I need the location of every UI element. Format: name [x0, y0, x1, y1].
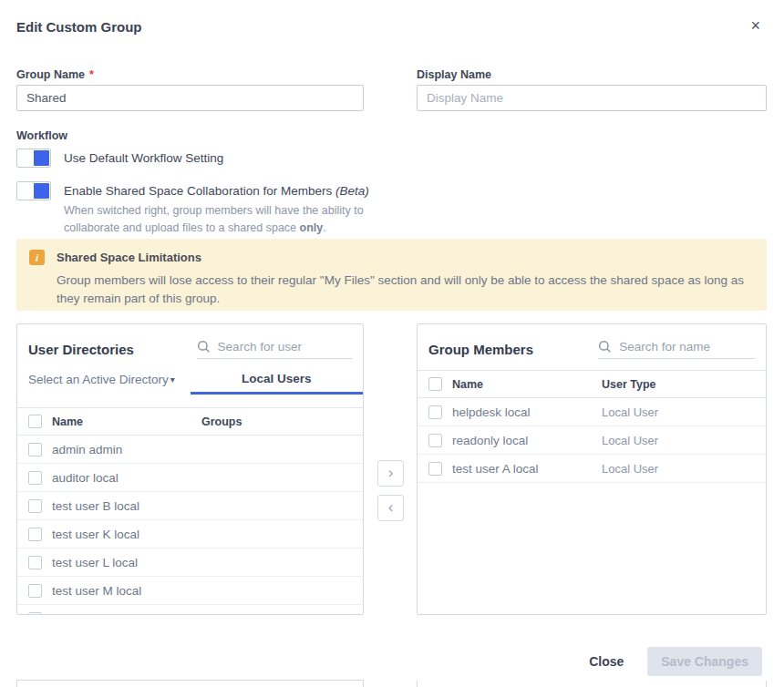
modal-title: Edit Custom Group	[16, 19, 142, 35]
use-default-workflow-row: Use Default Workflow Setting	[16, 149, 223, 168]
table-row[interactable]: auditor local	[17, 464, 363, 492]
row-checkbox[interactable]	[28, 443, 42, 456]
chevron-left-icon: ‹	[388, 499, 394, 515]
row-checkbox[interactable]	[28, 499, 42, 513]
shared-space-collab-toggle[interactable]	[16, 181, 51, 200]
group-name-label: Group Name*	[16, 68, 94, 81]
row-type: Local User	[602, 462, 766, 476]
table-row[interactable]: test user K local	[17, 520, 363, 549]
bottom-cutoff-panel-left	[16, 680, 364, 687]
use-default-workflow-label: Use Default Workflow Setting	[64, 151, 223, 165]
table-row[interactable]: test user O local	[17, 605, 363, 615]
toggle-knob	[34, 183, 49, 199]
info-banner-title: Shared Space Limitations	[57, 251, 201, 264]
row-checkbox[interactable]	[428, 405, 442, 419]
save-changes-button[interactable]: Save Changes	[647, 647, 762, 676]
display-name-label: Display Name	[417, 68, 491, 81]
row-name: auditor local	[52, 471, 201, 485]
table-row[interactable]: test user M local	[17, 577, 363, 605]
table-row[interactable]: test user A local Local User	[418, 455, 766, 483]
close-button[interactable]: Close	[589, 654, 624, 669]
group-name-input[interactable]	[16, 85, 364, 111]
chevron-right-icon: ›	[388, 465, 394, 480]
user-directories-panel: User Directories Select an Active Direct…	[16, 323, 364, 615]
row-name: test user B local	[52, 499, 201, 513]
row-name: admin admin	[52, 443, 201, 456]
caret-down-icon: ▾	[170, 374, 175, 385]
user-search-input[interactable]	[218, 340, 352, 354]
tab-active-directory[interactable]: Select an Active Directory ▾	[17, 364, 191, 395]
select-all-checkbox[interactable]	[28, 415, 42, 428]
row-name: test user A local	[452, 462, 602, 476]
transfer-remove-button[interactable]: ‹	[377, 495, 404, 521]
edit-custom-group-modal: Edit Custom Group × Group Name* Display …	[0, 0, 784, 687]
row-name: test user M local	[52, 584, 201, 598]
shared-space-description: When switched right, group members will …	[64, 202, 394, 238]
info-icon: i	[29, 250, 45, 265]
table-row[interactable]: admin admin	[17, 436, 363, 464]
use-default-workflow-toggle[interactable]	[16, 149, 51, 168]
column-groups: Groups	[201, 415, 363, 428]
toggle-knob	[34, 150, 49, 166]
row-name: test user K local	[52, 528, 201, 541]
member-search-box	[598, 340, 755, 359]
table-row[interactable]: readonly local Local User	[418, 426, 766, 455]
bottom-cutoff-panel-right	[417, 681, 767, 687]
search-icon	[598, 340, 612, 354]
row-name: test user O local	[52, 612, 201, 616]
workflow-label: Workflow	[16, 129, 67, 142]
row-name: helpdesk local	[452, 405, 602, 419]
group-members-title: Group Members	[428, 342, 533, 357]
member-search-input[interactable]	[619, 340, 755, 354]
row-checkbox[interactable]	[28, 556, 42, 569]
row-name: readonly local	[452, 434, 602, 447]
column-user-type: User Type	[602, 378, 766, 391]
user-directories-table-header: Name Groups	[17, 407, 363, 436]
row-type: Local User	[602, 405, 766, 419]
column-name: Name	[452, 378, 602, 391]
row-checkbox[interactable]	[28, 584, 42, 598]
row-name: test user L local	[52, 556, 201, 569]
select-all-checkbox[interactable]	[428, 377, 442, 391]
table-row[interactable]: test user B local	[17, 492, 363, 520]
row-checkbox[interactable]	[428, 434, 442, 447]
row-checkbox[interactable]	[28, 612, 42, 616]
row-checkbox[interactable]	[428, 462, 442, 476]
row-checkbox[interactable]	[28, 471, 42, 485]
info-banner: i Shared Space Limitations Group members…	[16, 239, 767, 311]
shared-space-row: Enable Shared Space Collaboration for Me…	[16, 181, 369, 200]
group-members-panel: Group Members Name User Type helpdesk lo…	[417, 323, 767, 615]
close-icon[interactable]: ×	[750, 17, 760, 34]
user-search-box	[197, 340, 352, 359]
info-banner-body: Group members will lose access to their …	[57, 272, 754, 309]
transfer-add-button[interactable]: ›	[377, 460, 404, 487]
search-icon	[197, 340, 211, 354]
column-name: Name	[52, 415, 201, 428]
group-members-table-header: Name User Type	[418, 370, 766, 398]
shared-space-collab-label: Enable Shared Space Collaboration for Me…	[64, 184, 369, 198]
required-asterisk: *	[89, 68, 94, 81]
row-checkbox[interactable]	[28, 528, 42, 541]
table-row[interactable]: helpdesk local Local User	[418, 398, 766, 426]
display-name-input[interactable]	[417, 85, 767, 111]
beta-tag: (Beta)	[335, 184, 369, 198]
tab-local-users[interactable]: Local Users	[191, 364, 364, 395]
user-directories-title: User Directories	[28, 342, 134, 357]
row-type: Local User	[602, 434, 766, 447]
table-row[interactable]: test user L local	[17, 549, 363, 577]
